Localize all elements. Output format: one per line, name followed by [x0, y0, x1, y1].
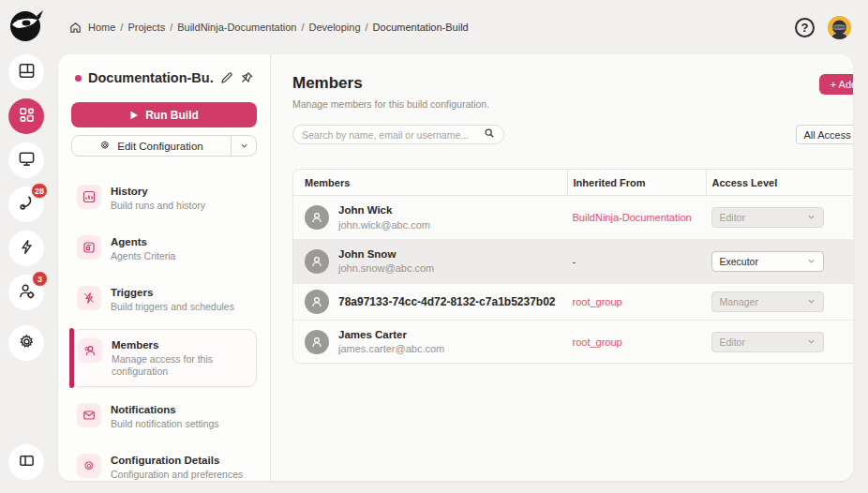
top-bar: Home / Projects / BuildNinja-Documentati…	[52, 0, 868, 54]
config-nav: History Build runs and history Agents Ag…	[71, 177, 257, 481]
members-icon	[78, 338, 102, 363]
members-panel: Members Manage members for this build co…	[271, 54, 853, 481]
breadcrumb-project[interactable]: BuildNinja-Documentation	[177, 22, 296, 33]
inherited-from-value: -	[567, 256, 706, 267]
breadcrumb-separator: /	[366, 22, 368, 33]
chevron-down-icon	[807, 213, 816, 221]
access-level-select: Editor	[711, 207, 824, 228]
run-build-label: Run Build	[145, 109, 199, 122]
nav-item-agents[interactable]: Agents Agents Criteria	[71, 228, 257, 270]
inherited-from-link[interactable]: BuildNinja-Documentation	[567, 212, 706, 223]
table-header-row: Members Inherited From Access Level Acti…	[293, 170, 853, 196]
breadcrumb-separator: /	[170, 22, 172, 33]
nav-desc: Manage access for this configuration	[112, 353, 250, 378]
panel-collapse-icon	[18, 452, 36, 472]
rail-agents-button[interactable]	[8, 142, 44, 178]
edit-pencil-icon[interactable]	[220, 71, 233, 84]
nav-label: Notifications	[111, 403, 219, 417]
edit-configuration-label: Edit Configuration	[117, 141, 202, 152]
inherited-from-link[interactable]: root_group	[567, 336, 706, 348]
active-accent-bar	[69, 328, 74, 388]
access-level-value: Executor	[720, 256, 758, 267]
access-level-select[interactable]: Executor	[711, 251, 824, 272]
run-build-button[interactable]: Run Build	[71, 102, 257, 127]
access-level-value: Editor	[720, 212, 745, 223]
buildninja-logo	[6, 5, 47, 46]
breadcrumb-home[interactable]: Home	[88, 22, 115, 33]
member-avatar-icon	[305, 249, 329, 274]
breadcrumb-separator: /	[120, 22, 123, 33]
left-icon-rail: 28 3	[0, 0, 52, 493]
member-name: James Carter	[338, 328, 444, 343]
bolt-icon	[18, 238, 36, 259]
member-email: john.snow@abc.com	[338, 261, 434, 275]
nav-desc: Configuration and preferences	[111, 469, 243, 481]
table-row: 78a97133-74cc-4d72-8132-c7a1b5237b02 roo…	[293, 284, 853, 321]
home-icon	[69, 22, 82, 34]
nav-item-triggers[interactable]: Triggers Build triggers and schedules	[71, 278, 257, 321]
breadcrumb-current: Documentation-Build	[373, 22, 469, 33]
envelope-icon	[77, 403, 101, 427]
rail-collapse-button[interactable]	[8, 444, 44, 480]
search-input[interactable]	[302, 129, 484, 141]
rail-dashboard-button[interactable]	[8, 54, 44, 90]
breadcrumb-separator: /	[301, 22, 304, 33]
access-level-value: Manager	[720, 296, 758, 307]
page-subtitle: Manage members for this build configurat…	[292, 98, 489, 110]
nav-label: History	[111, 185, 205, 199]
add-member-button[interactable]: + Add Member	[819, 74, 853, 95]
edit-configuration-split-button: Edit Configuration	[71, 135, 257, 157]
breadcrumb-subproject[interactable]: Developing	[308, 22, 360, 33]
nav-item-members[interactable]: Members Manage access for this configura…	[71, 329, 257, 387]
members-table: Members Inherited From Access Level Acti…	[292, 169, 853, 364]
member-email: james.carter@abc.com	[338, 342, 444, 355]
rail-settings-button[interactable]	[8, 325, 44, 361]
nav-desc: Build notification settings	[111, 418, 219, 430]
pin-icon[interactable]	[240, 71, 253, 84]
member-name: John Wick	[338, 203, 430, 218]
breadcrumb-projects[interactable]: Projects	[127, 22, 165, 33]
access-level-value: Editor	[720, 336, 745, 348]
access-level-filter[interactable]: All Access Levels	[796, 125, 853, 144]
play-icon	[129, 111, 139, 120]
member-avatar-icon	[305, 330, 329, 354]
nav-desc: Build runs and history	[111, 200, 205, 212]
member-email: john.wick@abc.com	[338, 218, 430, 232]
triggers-bolt-icon	[77, 286, 101, 310]
member-avatar-icon	[305, 290, 329, 314]
nav-label: Agents	[111, 235, 175, 249]
table-row: John Snow john.snow@abc.com - Executor	[293, 240, 853, 284]
user-avatar[interactable]	[828, 16, 851, 39]
monitor-icon	[18, 150, 36, 171]
search-icon[interactable]	[484, 127, 495, 142]
users-badge: 3	[32, 271, 48, 287]
nav-item-configuration-details[interactable]: Configuration Details Configuration and …	[71, 446, 257, 481]
gear-icon	[99, 140, 111, 153]
member-avatar-icon	[305, 205, 329, 230]
col-inherited-from: Inherited From	[567, 170, 706, 195]
rail-builds-button[interactable]: 28	[8, 187, 44, 222]
edit-configuration-dropdown-toggle[interactable]	[231, 136, 256, 156]
member-name: John Snow	[338, 247, 434, 262]
rail-users-button[interactable]: 3	[8, 275, 44, 310]
table-row: John Wick john.wick@abc.com BuildNinja-D…	[293, 196, 853, 240]
layout-icon	[18, 62, 36, 82]
content-card: Documentation-Bu... Run Build Edit Confi…	[58, 54, 853, 481]
nav-desc: Build triggers and schedules	[111, 301, 234, 313]
builds-badge: 28	[31, 183, 48, 199]
access-level-select: Manager	[711, 291, 824, 312]
inherited-from-link[interactable]: root_group	[567, 296, 706, 307]
page-title: Members	[292, 74, 489, 93]
nav-label: Members	[112, 338, 250, 352]
user-gear-icon	[18, 282, 36, 303]
col-access-level: Access Level	[706, 170, 853, 195]
rail-triggers-button[interactable]	[8, 231, 44, 266]
nav-item-notifications[interactable]: Notifications Build notification setting…	[71, 396, 257, 438]
rail-projects-button[interactable]	[8, 98, 44, 134]
help-button[interactable]: ?	[795, 18, 815, 37]
nav-item-history[interactable]: History Build runs and history	[71, 177, 257, 219]
chevron-down-icon	[807, 337, 816, 346]
config-gear-icon	[77, 454, 101, 478]
edit-configuration-button[interactable]: Edit Configuration	[72, 136, 231, 156]
chevron-down-icon	[240, 142, 248, 150]
